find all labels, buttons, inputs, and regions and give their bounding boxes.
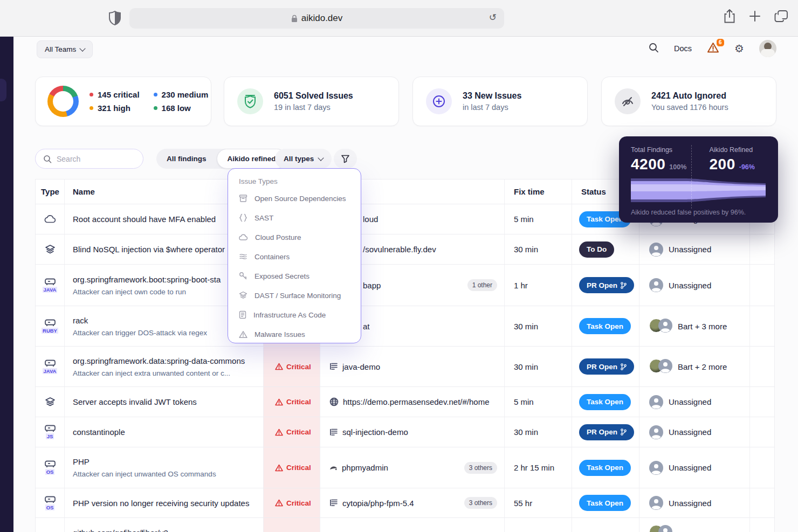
auto-ignored-subtitle: You saved 1176 hours: [651, 103, 728, 112]
table-row[interactable]: JAVA org.springframework.data:spring-dat…: [36, 347, 774, 387]
os-icon: [44, 496, 57, 504]
ruby-icon: [44, 319, 57, 327]
menu-item-exposed-secrets[interactable]: Exposed Secrets: [239, 266, 361, 286]
table-row[interactable]: JS constantinople Critical sql-injection…: [36, 417, 774, 447]
menu-item-cloud-posture[interactable]: Cloud Posture: [239, 227, 361, 247]
globe-icon: [329, 397, 339, 406]
key-icon: [239, 272, 247, 280]
person-icon: [649, 278, 663, 292]
popup-divider: [691, 145, 692, 209]
auto-ignored-card: 2421 Auto Ignored You saved 1176 hours: [601, 77, 776, 126]
status-badge[interactable]: Task Open: [579, 460, 631, 476]
assignee-cell[interactable]: Unassigned: [639, 447, 750, 488]
more-repos-badge[interactable]: 1 other: [467, 279, 497, 291]
auto-ignored-title: 2421 Auto Ignored: [651, 91, 728, 101]
severity-summary-card: 145 critical 230 medium 321 high 168 low: [35, 77, 211, 126]
search-input[interactable]: [57, 155, 132, 163]
docs-link[interactable]: Docs: [674, 44, 692, 53]
issue-types-menu: Issue Types Open Source Dependencies SAS…: [228, 168, 361, 343]
js-icon: [44, 425, 57, 433]
total-findings-percent: 100%: [669, 163, 686, 171]
notifications-button[interactable]: 6: [707, 42, 719, 56]
os-icon: [44, 460, 57, 468]
person-icon: [649, 243, 663, 257]
url-bar[interactable]: aikido.dev ↺: [129, 8, 504, 29]
assignee-cell[interactable]: Unassigned: [639, 417, 750, 447]
layers-icon: [45, 244, 56, 255]
table-row[interactable]: JAVA org.springframework.boot:spring-boo…: [36, 265, 774, 306]
notification-badge: 6: [716, 38, 725, 47]
menu-title: Issue Types: [239, 177, 361, 185]
all-findings-tab[interactable]: All findings: [156, 155, 217, 163]
new-issues-subtitle: in last 7 days: [463, 103, 521, 112]
status-badge[interactable]: Task Open: [579, 394, 631, 410]
status-badge[interactable]: PR Open: [579, 424, 634, 440]
legend-high: 321 high: [90, 103, 140, 113]
privacy-shield-icon[interactable]: [109, 11, 121, 27]
status-badge[interactable]: Task Open: [579, 318, 631, 334]
assignee-cell[interactable]: Unassigned: [639, 488, 750, 517]
teams-label: All Teams: [45, 45, 76, 53]
branch-icon: [621, 282, 627, 289]
status-badge[interactable]: Task Open: [579, 495, 631, 511]
branch-icon: [621, 429, 627, 436]
status-badge[interactable]: PR Open: [579, 358, 634, 375]
containers-icon: [239, 253, 247, 260]
new-tab-icon[interactable]: [748, 10, 761, 25]
assignee-cell[interactable]: Unassigned: [639, 234, 750, 264]
assignee-cell[interactable]: Bart + 2 more: [639, 347, 750, 386]
menu-item-containers[interactable]: Containers: [239, 247, 361, 266]
tabs-overview-icon[interactable]: [774, 10, 788, 25]
status-badge[interactable]: To Do: [579, 241, 614, 258]
menu-item-open-source-dependencies[interactable]: Open Source Dependencies: [239, 189, 361, 208]
assignee-cell[interactable]: Unassigned: [639, 265, 750, 306]
reload-icon[interactable]: ↺: [489, 12, 497, 23]
severity-donut-chart: [47, 86, 79, 117]
assignee-cell[interactable]: Bart + 3 more: [639, 306, 750, 346]
aikido-refined-value: 200: [710, 156, 735, 173]
browser-chrome: aikido.dev ↺: [0, 0, 798, 37]
person-icon: [658, 525, 672, 532]
table-row[interactable]: OS PHP Attacker can inject unwanted OS c…: [36, 447, 774, 488]
more-repos-badge[interactable]: 3 others: [464, 497, 497, 509]
layers-icon: [239, 291, 247, 300]
branch-icon: [621, 363, 627, 370]
menu-item-dast-surface-monitoring[interactable]: DAST / Surface Monitoring: [239, 286, 361, 305]
share-icon[interactable]: [724, 9, 735, 25]
lock-icon: [291, 15, 298, 23]
all-types-dropdown[interactable]: All types: [275, 149, 332, 169]
table-row[interactable]: OS PHP version no longer receiving secur…: [36, 488, 774, 518]
solved-issues-card: 6051 Solved Issues 19 in last 7 days: [224, 77, 399, 126]
menu-item-malware-issues[interactable]: Malware Issues: [239, 324, 361, 344]
nav-rail-item[interactable]: [0, 79, 6, 101]
archive-box-icon: [239, 194, 247, 203]
search-icon[interactable]: [649, 43, 659, 55]
menu-item-infrastructure-as-code[interactable]: Infrastructure As Code: [239, 305, 361, 324]
person-icon: [649, 395, 663, 409]
braces-icon: [239, 213, 247, 222]
more-repos-badge[interactable]: 3 others: [464, 462, 497, 474]
left-nav-rail: [0, 37, 13, 532]
person-icon: [649, 496, 663, 510]
table-row[interactable]: RUBY rack Attacker can trigger DOS-attac…: [36, 306, 774, 347]
table-row[interactable]: github.com/gofiber/fiber/v2: [36, 518, 774, 532]
critical-icon: [275, 499, 283, 507]
person-icon: [649, 461, 663, 475]
repo-icon: [329, 428, 338, 437]
user-avatar[interactable]: [759, 40, 776, 57]
cloud-icon: [239, 234, 248, 241]
col-name: Name: [73, 187, 95, 196]
teams-dropdown-button[interactable]: All Teams: [37, 40, 93, 58]
menu-item-sast[interactable]: SAST: [239, 208, 361, 227]
person-icon: [649, 425, 663, 439]
table-row[interactable]: Server accepts invalid JWT tokens Critic…: [36, 387, 774, 417]
critical-icon: [275, 398, 283, 406]
table-row[interactable]: Blind NoSQL injection via $where operato…: [36, 234, 774, 265]
aikido-refined-label: Aikido Refined: [710, 146, 767, 154]
status-badge[interactable]: PR Open: [579, 277, 634, 293]
gear-icon[interactable]: ⚙: [734, 43, 744, 54]
filter-button[interactable]: [334, 149, 357, 169]
legend-critical: 145 critical: [90, 90, 140, 99]
assignee-cell[interactable]: Unassigned: [639, 387, 750, 417]
popup-caption: Aikido reduced false positives by 96%.: [631, 209, 766, 216]
